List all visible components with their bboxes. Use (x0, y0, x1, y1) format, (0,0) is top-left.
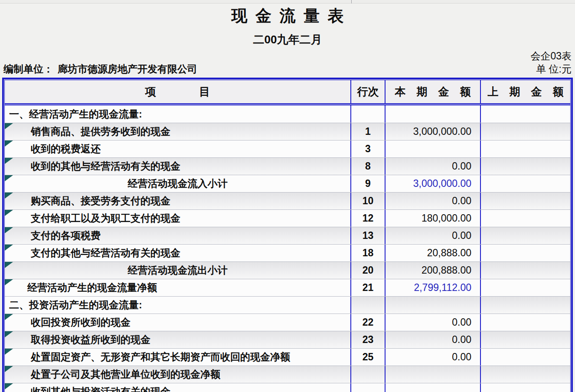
line-number-cell[interactable]: 10 (351, 193, 386, 209)
current-amount-cell[interactable] (386, 297, 481, 314)
item-label-cell[interactable]: 经营活动产生的现金流量净额 (5, 279, 351, 296)
item-label-cell[interactable]: 一、经营活动产生的现金流量: (5, 105, 351, 123)
item-label: 处置子公司及其他营业单位收到的现金净额 (31, 368, 220, 381)
item-label-cell[interactable]: 二、投资活动产生的现金流量: (5, 297, 351, 314)
line-number-cell[interactable]: 8 (351, 158, 386, 175)
prior-amount-cell[interactable] (481, 123, 570, 140)
prior-amount-cell[interactable] (481, 193, 570, 209)
prior-amount-cell[interactable] (481, 227, 570, 244)
item-label-cell[interactable]: 收回投资所收到的现金 (5, 314, 351, 331)
item-label: 收到的其他与经营活动有关的现金 (31, 160, 180, 173)
comment-marker-triangle-icon (5, 245, 13, 251)
item-label: 支付给职工以及为职工支付的现金 (31, 212, 180, 225)
line-number-cell[interactable]: 23 (351, 331, 386, 348)
col-header-prior-amount[interactable]: 上 期 金 额 (481, 80, 570, 103)
current-amount-cell[interactable]: 3,000,000.00 (386, 175, 481, 192)
table-row: 一、经营活动产生的现金流量: (5, 105, 570, 123)
item-label: 支付的各项税费 (31, 229, 101, 242)
comment-marker-triangle-icon (5, 123, 13, 129)
current-amount-cell[interactable] (386, 140, 481, 157)
line-number-cell[interactable]: 21 (351, 279, 386, 296)
table-body: 一、经营活动产生的现金流量: 销售商品、提供劳务收到的现金 1 3,000,00… (5, 105, 570, 392)
prior-amount-cell[interactable] (481, 314, 570, 331)
cash-flow-table: 项 目 行次 本 期 金 额 上 期 金 额 一、经营活动产生的现金流量: 销售… (2, 78, 573, 392)
line-number-cell[interactable]: 20 (351, 262, 386, 279)
prior-amount-cell[interactable] (481, 140, 570, 157)
item-label-cell[interactable]: 经营活动现金流出小计 (5, 262, 351, 279)
top-strip-column-line (351, 0, 352, 3)
current-amount-cell[interactable]: 180,000.00 (386, 210, 481, 227)
current-amount-cell[interactable] (386, 383, 481, 392)
comment-marker-triangle-icon (5, 175, 13, 181)
line-number-cell[interactable] (351, 383, 386, 392)
item-label-cell[interactable]: 支付的其他与经营活动有关的现金 (5, 245, 351, 261)
line-number-cell[interactable] (351, 105, 386, 123)
item-label: 收到其他与投资活动有关的现金 (31, 385, 170, 392)
current-amount-cell[interactable]: 200,888.00 (386, 262, 481, 279)
line-number-cell[interactable]: 22 (351, 314, 386, 331)
item-label-cell[interactable]: 支付的各项税费 (5, 227, 351, 244)
prior-amount-cell[interactable] (481, 349, 570, 366)
item-label-cell[interactable]: 收到的其他与经营活动有关的现金 (5, 158, 351, 175)
current-amount-cell[interactable]: 0.00 (386, 349, 481, 366)
prior-amount-cell[interactable] (481, 331, 570, 348)
comment-marker-triangle-icon (5, 314, 13, 320)
item-label-cell[interactable]: 处置子公司及其他营业单位收到的现金净额 (5, 366, 351, 383)
item-label: 处置固定资产、无形资产和其它长期资产而收回的现金净额 (31, 350, 290, 364)
prior-amount-cell[interactable] (481, 366, 570, 383)
current-amount-cell[interactable] (386, 366, 481, 383)
comment-marker-triangle-icon (5, 262, 13, 268)
current-amount-cell[interactable]: 0.00 (386, 331, 481, 348)
prior-amount-cell[interactable] (481, 297, 570, 314)
current-amount-cell[interactable] (386, 105, 481, 123)
line-number-cell[interactable]: 3 (351, 140, 386, 157)
line-number-cell[interactable]: 25 (351, 349, 386, 366)
prior-amount-cell[interactable] (481, 262, 570, 279)
prior-amount-cell[interactable] (481, 158, 570, 175)
prior-amount-cell[interactable] (481, 383, 570, 392)
line-number-cell[interactable] (351, 366, 386, 383)
prior-amount-cell[interactable] (481, 279, 570, 296)
item-label: 经营活动产生的现金流量净额 (27, 281, 157, 294)
item-label-cell[interactable]: 收到其他与投资活动有关的现金 (5, 383, 351, 392)
item-label-cell[interactable]: 收到的税费返还 (5, 140, 351, 157)
item-label-cell[interactable]: 经营活动现金流入小计 (5, 175, 351, 192)
item-label: 收回投资所收到的现金 (31, 316, 131, 329)
comment-marker-triangle-icon (5, 210, 13, 216)
prior-amount-cell[interactable] (481, 105, 570, 123)
current-amount-cell[interactable]: 3,000,000.00 (386, 123, 481, 140)
prior-amount-cell[interactable] (481, 245, 570, 261)
col-header-current-amount[interactable]: 本 期 金 额 (386, 80, 481, 103)
comment-marker-triangle-icon (5, 331, 13, 337)
item-label-cell[interactable]: 支付给职工以及为职工支付的现金 (5, 210, 351, 227)
item-label-cell[interactable]: 销售商品、提供劳务收到的现金 (5, 123, 351, 140)
current-amount-cell[interactable]: 0.00 (386, 227, 481, 244)
item-label-cell[interactable]: 购买商品、接受劳务支付的现金 (5, 193, 351, 209)
item-label-cell[interactable]: 取得投资收益所收到的现金 (5, 331, 351, 348)
item-label-cell[interactable]: 处置固定资产、无形资产和其它长期资产而收回的现金净额 (5, 349, 351, 366)
item-label: 一、经营活动产生的现金流量: (9, 108, 142, 121)
line-number-cell[interactable]: 12 (351, 210, 386, 227)
table-row: 收回投资所收到的现金 22 0.00 (5, 314, 570, 331)
line-number-cell[interactable]: 18 (351, 245, 386, 261)
company-name: 廊坊市德源房地产开发有限公司 (58, 63, 197, 75)
col-header-line-no[interactable]: 行次 (351, 80, 386, 103)
prior-amount-cell[interactable] (481, 210, 570, 227)
current-amount-cell[interactable]: 0.00 (386, 158, 481, 175)
table-row: 经营活动现金流出小计 20 200,888.00 (5, 261, 570, 279)
cash-flow-table-inner: 项 目 行次 本 期 金 额 上 期 金 额 一、经营活动产生的现金流量: 销售… (4, 80, 571, 392)
current-amount-cell[interactable]: 0.00 (386, 193, 481, 209)
table-row: 处置固定资产、无形资产和其它长期资产而收回的现金净额 25 0.00 (5, 348, 570, 366)
current-amount-cell[interactable]: 20,888.00 (386, 245, 481, 261)
prior-amount-cell[interactable] (481, 175, 570, 192)
line-number-cell[interactable]: 13 (351, 227, 386, 244)
item-label: 收到的税费返还 (31, 142, 101, 156)
current-amount-cell[interactable]: 2,799,112.00 (386, 279, 481, 296)
table-row: 二、投资活动产生的现金流量: (5, 296, 570, 314)
line-number-cell[interactable]: 1 (351, 123, 386, 140)
col-header-item[interactable]: 项 目 (5, 80, 351, 103)
line-number-cell[interactable]: 9 (351, 175, 386, 192)
line-number-cell[interactable] (351, 297, 386, 314)
prepared-by-label: 编制单位： (3, 63, 53, 75)
current-amount-cell[interactable]: 0.00 (386, 314, 481, 331)
